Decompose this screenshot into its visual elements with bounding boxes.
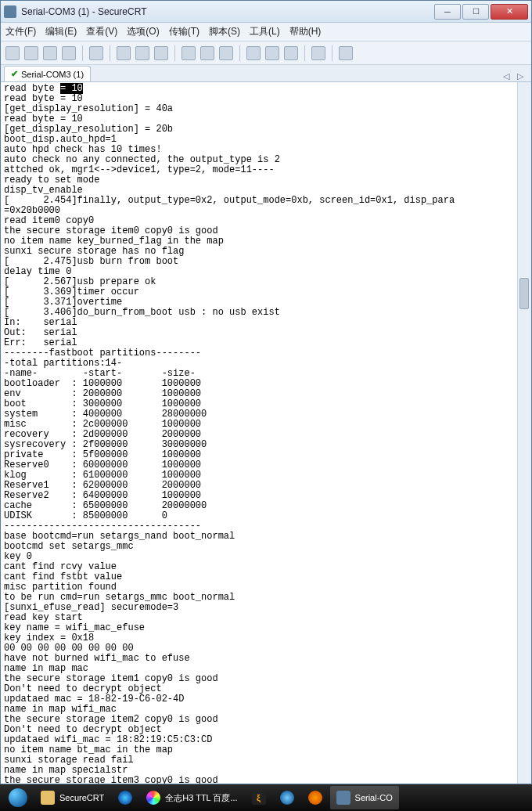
new-session-icon[interactable] [89,46,103,60]
task-label: SecureCRT [59,793,104,802]
session-tab[interactable]: ✔ Serial-COM3 (1) [4,66,91,81]
menu-help[interactable]: 帮助(H) [289,25,322,38]
menu-transfer[interactable]: 传输(T) [169,25,200,38]
menu-script[interactable]: 脚本(S) [209,25,240,38]
copy-icon[interactable] [117,46,131,60]
task-serial[interactable]: Serial-CO [330,786,399,809]
menu-file[interactable]: 文件(F) [5,25,36,38]
scroll-thumb[interactable] [519,278,529,309]
find-icon[interactable] [154,46,168,60]
toggle-icon[interactable] [339,46,353,60]
reconnect-icon[interactable] [43,46,57,60]
connect-icon[interactable] [24,46,38,60]
quick-connect-icon[interactable] [5,46,20,60]
separator [174,45,175,61]
app-window: Serial-COM3 (1) - SecureCRT ─ ☐ ✕ 文件(F) … [0,0,532,784]
task-browser2[interactable]: 全志H3 TTL 百度... [140,786,243,809]
disconnect-icon[interactable] [62,46,76,60]
task-browser1[interactable] [112,786,138,809]
toolbar [1,41,531,65]
firefox-icon [308,791,322,805]
paste-icon[interactable] [135,46,149,60]
separator [110,45,110,61]
swirl-icon [146,791,160,805]
tab-next-icon[interactable]: ▷ [517,71,523,81]
windows-orb-icon [9,788,27,807]
scrollbar[interactable] [517,82,531,784]
check-icon: ✔ [11,69,18,79]
separator [239,45,240,61]
terminal-icon [336,791,350,805]
separator [82,45,83,61]
task-ie[interactable] [274,786,300,809]
maximize-button[interactable]: ☐ [462,4,489,20]
window-controls: ─ ☐ ✕ [434,4,528,20]
globe-icon [118,791,132,805]
print-setup-icon[interactable] [200,46,214,60]
tab-nav: ◁ ▷ [503,71,528,81]
sigma-icon: ξ [252,791,266,805]
ie-icon [280,791,294,805]
window-title: Serial-COM3 (1) - SecureCRT [21,6,434,17]
terminal-wrap: read byte = 10read byte = 10[get_display… [1,82,531,784]
keymap-icon[interactable] [284,46,298,60]
close-button[interactable]: ✕ [491,4,528,20]
task-securecrt-folder[interactable]: SecureCRT [34,786,110,809]
help-icon[interactable] [311,46,325,60]
start-button[interactable] [3,786,33,809]
session-options-icon[interactable] [246,46,261,60]
menu-tools[interactable]: 工具(L) [250,25,280,38]
task-firefox[interactable] [302,786,329,809]
tab-label: Serial-COM3 (1) [21,70,84,79]
menu-options[interactable]: 选项(O) [127,25,159,38]
titlebar[interactable]: Serial-COM3 (1) - SecureCRT ─ ☐ ✕ [1,1,531,23]
separator [304,45,305,61]
log-icon[interactable] [219,46,233,60]
task-label: Serial-CO [355,793,393,802]
tabbar: ✔ Serial-COM3 (1) ◁ ▷ [1,65,531,82]
terminal-output[interactable]: read byte = 10read byte = 10[get_display… [1,82,517,784]
separator [332,45,332,61]
minimize-button[interactable]: ─ [434,4,461,20]
taskbar: SecureCRT 全志H3 TTL 百度... ξ Serial-CO [0,784,532,811]
print-icon[interactable] [182,46,196,60]
menu-view[interactable]: 查看(V) [86,25,117,38]
tab-prev-icon[interactable]: ◁ [503,71,509,81]
global-options-icon[interactable] [265,46,279,60]
task-label: 全志H3 TTL 百度... [165,792,237,804]
menu-edit[interactable]: 编辑(E) [45,25,77,38]
task-sigma[interactable]: ξ [246,786,272,809]
app-icon [4,5,16,18]
folder-icon [41,791,55,805]
menubar: 文件(F) 编辑(E) 查看(V) 选项(O) 传输(T) 脚本(S) 工具(L… [1,23,531,41]
